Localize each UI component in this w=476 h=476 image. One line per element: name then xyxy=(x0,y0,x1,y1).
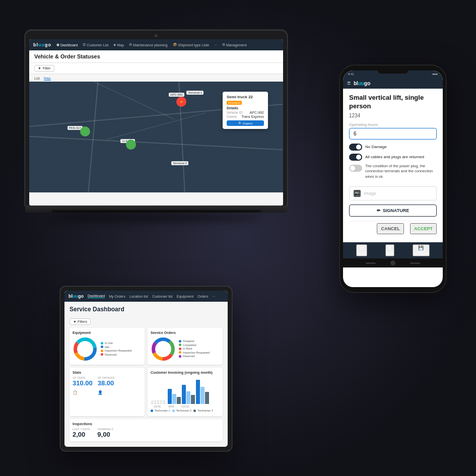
condition-label: The condition of the power plug, the con… xyxy=(365,164,437,180)
equipment-donut-chart xyxy=(73,336,98,362)
bar-chart: 8.16.04.02.00.0 xyxy=(151,376,220,404)
laptop-nav-map[interactable]: ◈ Map xyxy=(113,43,124,47)
tablet-screen: bluugo Dashboard My Orders Location list… xyxy=(64,291,228,447)
laptop-nav-more[interactable]: ··· xyxy=(214,43,217,47)
tablet-nav-more[interactable]: ··· xyxy=(213,295,216,298)
map-label-terminal1: Terminal 1 xyxy=(186,91,203,95)
tablet-nav-dashboard[interactable]: Dashboard xyxy=(88,294,105,298)
signature-btn[interactable]: ✏ SIGNATURE xyxy=(349,205,437,217)
phone-outer: 9:41 ●●● ☰ bluugo Small vertical lift, s… xyxy=(340,65,446,292)
bar xyxy=(172,394,176,404)
laptop-navbar: bluugo ◉ Dashboard ☰ Customer List ◈ Map… xyxy=(29,39,283,50)
image-field[interactable]: 📷 Image xyxy=(349,186,437,200)
laptop-nav-shipment[interactable]: 📦 Shipment type Liste xyxy=(173,43,209,47)
cables-row: All cables and plugs are returned xyxy=(349,154,437,161)
map-marker-lls[interactable] xyxy=(126,140,136,150)
phone-content: Small vertical lift, single person 1234 … xyxy=(343,89,443,242)
bar xyxy=(168,389,172,404)
laptop-content: Vehicle & Order Statuses ▼ Filter List M… xyxy=(29,50,283,206)
drivers-value: 38.00 xyxy=(98,379,115,387)
bar xyxy=(182,385,186,404)
equipment-legend: In Use Idle Inspection Requested Reserve… xyxy=(101,342,142,357)
tablet-outer: bluugo Dashboard My Orders Location list… xyxy=(60,287,232,451)
legend-item: Inspection Requested xyxy=(179,351,220,354)
home-indicator-circle xyxy=(390,260,395,265)
ocr-btn[interactable]: 👁 OCR xyxy=(385,244,394,256)
bar xyxy=(196,380,200,404)
popup-vehicle-value: APC-992 xyxy=(250,111,264,114)
laptop-filter-btn[interactable]: ▼ Filter xyxy=(34,65,54,72)
phone-item-id: 1234 xyxy=(349,113,437,118)
legend-item: Technician 1 xyxy=(151,409,170,412)
equipment-card-title: Equipment xyxy=(73,331,142,334)
home-indicator-bar xyxy=(366,262,376,264)
service-orders-donut-chart xyxy=(151,336,176,362)
stats-card: Stats OF TRIPS 310.00 📋 OF DRIVERS 38.00… xyxy=(70,368,145,416)
cancel-btn[interactable]: CANCEL xyxy=(377,223,404,234)
tablet-nav-orders[interactable]: Orders xyxy=(197,295,208,298)
popup-vehicle-label: Vehicle ID xyxy=(227,111,243,114)
bar xyxy=(177,397,181,404)
no-damage-toggle[interactable] xyxy=(349,144,362,151)
laptop-nav-customerlist[interactable]: ☰ Customer List xyxy=(83,43,108,47)
laptop-nav-maintenance[interactable]: ⚙ Maintenance planning xyxy=(129,43,168,47)
map-road xyxy=(107,113,205,140)
operating-hours-field[interactable]: 6 xyxy=(349,128,437,140)
map-marker-pkn[interactable] xyxy=(80,126,90,137)
popup-owner-value: Trans Express xyxy=(241,115,264,118)
no-damage-row: No Damage xyxy=(349,144,437,151)
bar xyxy=(205,392,209,404)
popup-details-label: Details xyxy=(227,106,264,110)
laptop-nav-dashboard[interactable]: ◉ Dashboard xyxy=(56,43,78,47)
service-orders-legend: Assigned Completed In Work Inspection Re… xyxy=(179,339,220,359)
tablet-nav-location[interactable]: Location list xyxy=(129,295,148,298)
laptop-title-bar: Vehicle & Order Statuses xyxy=(29,50,283,63)
laptop-nav-management[interactable]: ⚙ Management xyxy=(222,43,247,47)
tablet-nav-customer[interactable]: Customer list xyxy=(152,295,173,298)
no-damage-label: No Damage xyxy=(365,145,387,149)
terminals-value: 9,00 xyxy=(97,431,113,438)
tablet-nav-equipment[interactable]: Equipment xyxy=(177,295,193,298)
tablet-filter-btn[interactable]: ▼ Filters xyxy=(70,318,91,325)
phone-time: 9:41 xyxy=(348,73,354,76)
stat-drivers: OF DRIVERS 38.00 👤 xyxy=(98,376,115,396)
map-view-btn[interactable]: Map xyxy=(44,77,51,81)
inspections-last7: LAST 7 DAYS 2,00 xyxy=(73,428,90,438)
confirm-icon: 💾 xyxy=(418,245,425,250)
phone-bottom-bar: ⊞ SCAN 👁 OCR 💾 CONFIRM xyxy=(343,242,443,258)
popup-inspect-btn[interactable]: 🔍 Inspect xyxy=(227,120,264,126)
service-orders-card-title: Service Orders xyxy=(151,331,220,334)
map-label-terminal2: Terminal 2 xyxy=(171,161,188,165)
hamburger-icon[interactable]: ☰ xyxy=(347,81,351,86)
phone-navbar: ☰ bluugo xyxy=(343,78,443,89)
accept-btn[interactable]: ACCEPT xyxy=(410,223,437,234)
last7-value: 2,00 xyxy=(73,431,90,438)
legend-item: Reserved xyxy=(179,355,220,358)
equipment-donut-container: In Use Idle Inspection Requested Reserve… xyxy=(73,336,142,362)
cables-toggle[interactable] xyxy=(349,154,362,161)
laptop-camera-bar xyxy=(29,34,283,37)
phone-device: 9:41 ●●● ☰ bluugo Small vertical lift, s… xyxy=(340,65,446,292)
stat-trips: OF TRIPS 310.00 📋 xyxy=(73,376,93,396)
laptop-shadow xyxy=(51,213,261,223)
scan-btn[interactable]: ⊞ SCAN xyxy=(356,244,367,256)
invoicing-card: Customer Invoicing (ongoing month) 8.16.… xyxy=(148,368,223,416)
condition-toggle[interactable] xyxy=(349,165,362,172)
tablet-page-title: Service Dashboard xyxy=(70,306,223,313)
equipment-card: Equipment In Use Idle xyxy=(70,328,145,365)
legend-item: Technician 2 xyxy=(172,409,192,412)
laptop-page-title: Vehicle & Order Statuses xyxy=(34,53,278,59)
map-marker-apc[interactable]: ⚡ xyxy=(176,97,186,107)
map-background: PKN-317 LLS-712 APC-992 Terminal 1 Termi… xyxy=(29,82,283,192)
laptop-screen: bluugo ◉ Dashboard ☰ Customer List ◈ Map… xyxy=(29,39,283,206)
laptop-logo: bluugo xyxy=(33,42,51,47)
confirm-btn[interactable]: 💾 CONFIRM xyxy=(413,244,430,256)
bar xyxy=(191,395,195,404)
bar xyxy=(200,387,205,404)
condition-row: The condition of the power plug, the con… xyxy=(349,164,437,184)
list-view-btn[interactable]: List xyxy=(34,77,40,81)
legend-item: Reserved xyxy=(101,353,142,356)
trips-value: 310.00 xyxy=(73,379,93,387)
popup-owner-row: Owner Trans Express xyxy=(227,115,264,118)
tablet-nav-myorders[interactable]: My Orders xyxy=(109,295,125,298)
